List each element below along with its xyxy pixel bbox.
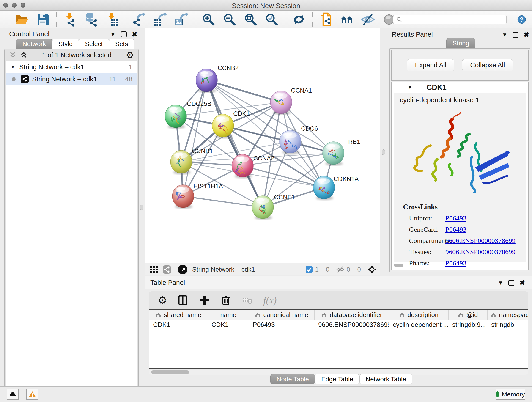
node-ccna1[interactable] (270, 91, 292, 115)
crosslink-link[interactable]: P06493 (445, 225, 467, 233)
tab-node-table[interactable]: Node Table (270, 374, 315, 384)
detach-view-icon[interactable] (178, 265, 187, 274)
zoom-fit-button[interactable] (243, 12, 258, 27)
table-cell[interactable]: CDK1 (208, 320, 249, 330)
refresh-button[interactable] (291, 12, 306, 27)
save-button[interactable] (36, 12, 51, 27)
network-options-gear-icon[interactable]: ⚙ (126, 50, 134, 60)
column-header-name[interactable]: name (208, 310, 249, 320)
selected-node-edge-count: 1 – 0 (315, 266, 329, 273)
add-column-icon[interactable] (199, 294, 210, 306)
search-input[interactable] (393, 15, 507, 24)
edge-ccnb2-hist1h1a[interactable] (183, 80, 207, 196)
results-panel-float-icon[interactable] (513, 32, 519, 38)
gene-entry-header[interactable]: ▼ CDK1 (392, 82, 528, 93)
column-header-shared-name[interactable]: shared name (149, 310, 208, 320)
help-button[interactable]: ? (516, 14, 527, 25)
table-panel-close-icon[interactable]: ✖ (519, 279, 525, 287)
crosslink-link[interactable]: P06493 (445, 259, 467, 267)
control-panel-float-icon[interactable] (121, 32, 127, 37)
function-builder-icon[interactable]: f(x) (263, 295, 277, 306)
view-grid-icon[interactable] (149, 265, 158, 274)
export-table-button[interactable] (153, 12, 168, 27)
collapse-all-networks-icon[interactable] (20, 51, 28, 59)
network-collection-row[interactable]: ▼ String Network – cdk1 1 (6, 61, 137, 73)
birdseye-toggle-icon[interactable] (367, 265, 377, 274)
column-header-description[interactable]: description (389, 310, 449, 320)
zoom-in-button[interactable] (201, 12, 216, 27)
table-cell[interactable]: stringdb (488, 320, 528, 330)
view-network-icon[interactable] (162, 265, 171, 274)
delete-table-icon[interactable] (242, 294, 253, 306)
export-image-button[interactable] (174, 12, 189, 27)
column-header-namespace[interactable]: namespace (488, 310, 528, 320)
left-splitter-handle[interactable] (140, 205, 143, 210)
import-table-button[interactable] (105, 12, 120, 27)
home-network-button[interactable] (340, 12, 354, 27)
crosslink-link[interactable]: 9606.ENSP00000378699 (445, 248, 515, 256)
control-panel-collapse-icon[interactable]: ▼ (110, 31, 116, 38)
gene-collapse-icon[interactable]: ▼ (407, 84, 412, 90)
node-hist1h1a[interactable] (172, 185, 194, 209)
table-cell[interactable]: CDK1 (149, 320, 208, 330)
hidden-eye-icon[interactable] (336, 265, 344, 274)
collapse-all-button[interactable]: Collapse All (462, 59, 513, 71)
table-cell[interactable]: cyclin-dependent ... (389, 320, 449, 330)
cloud-button[interactable] (7, 389, 19, 400)
tab-style[interactable]: Style (52, 39, 79, 49)
crosslink-link[interactable]: P06493 (445, 214, 467, 222)
zoom-selected-button[interactable] (264, 12, 279, 27)
right-splitter-handle[interactable] (382, 149, 385, 155)
expand-all-button[interactable]: Expand All (407, 59, 454, 71)
import-database-button[interactable] (84, 12, 99, 27)
node-cdc6[interactable] (279, 130, 301, 154)
memory-button[interactable]: Memory (496, 389, 525, 400)
table-hscrollbar-thumb[interactable] (151, 370, 189, 374)
show-columns-icon[interactable] (177, 294, 189, 306)
table-panel-float-icon[interactable] (508, 280, 514, 286)
hide-view-button[interactable] (361, 12, 375, 27)
node-table[interactable]: shared namenamecanonical namedatabase id… (149, 309, 528, 369)
column-header--id[interactable]: @id (449, 310, 488, 320)
node-ccne1[interactable] (252, 196, 273, 220)
selected-checkbox-icon[interactable] (305, 266, 313, 273)
share-document-button[interactable] (318, 12, 333, 27)
node-ccnb1[interactable] (171, 150, 192, 174)
control-panel-close-icon[interactable]: ✖ (132, 30, 138, 38)
results-panel-close-icon[interactable]: ✖ (524, 31, 529, 39)
tab-string[interactable]: String (446, 38, 475, 48)
import-network-button[interactable] (63, 12, 77, 27)
tab-sets[interactable]: Sets (109, 39, 134, 49)
column-header-database-identifier[interactable]: database identifier (315, 310, 389, 320)
delete-column-icon[interactable] (220, 294, 232, 306)
network-canvas[interactable]: CCNB2CCNA1CDC25BCDK1CDC6RB1CCNB1CCNA2CDK… (145, 28, 380, 263)
edge-ccnb2-ccna1[interactable] (207, 80, 281, 102)
tab-select[interactable]: Select (79, 39, 109, 49)
warning-button[interactable] (26, 389, 38, 400)
node-rb1[interactable] (323, 142, 344, 166)
table-row[interactable]: CDK1CDK1P064939606.ENSP00000378699cyclin… (149, 320, 528, 330)
edge-hist1h1a-ccne1[interactable] (183, 196, 263, 207)
results-hscrollbar[interactable] (394, 264, 403, 267)
crosslink-link[interactable]: 9606.ENSP00000378699 (445, 237, 515, 245)
column-header-canonical-name[interactable]: canonical name (249, 310, 315, 320)
node-label-ccnb2: CCNB2 (218, 65, 239, 71)
zoom-out-button[interactable] (222, 12, 237, 27)
results-panel-collapse-icon[interactable]: ▼ (502, 32, 507, 38)
collection-expand-icon[interactable]: ▼ (6, 64, 15, 70)
table-cell[interactable]: 9606.ENSP00000378699 (315, 320, 389, 330)
table-settings-gear-icon[interactable]: ⚙ (158, 294, 167, 306)
export-network-button[interactable] (132, 12, 147, 27)
open-folder-button[interactable] (15, 12, 29, 27)
tab-network[interactable]: Network (16, 39, 52, 49)
tab-edge-table[interactable]: Edge Table (315, 374, 360, 384)
node-cdc25b[interactable] (165, 105, 186, 129)
expand-all-networks-icon[interactable] (9, 51, 17, 59)
table-cell[interactable]: stringdb:9... (449, 320, 488, 330)
table-panel-collapse-icon[interactable]: ▼ (498, 280, 503, 286)
node-ccna2[interactable] (232, 154, 253, 178)
tab-network-table[interactable]: Network Table (360, 374, 412, 384)
network-row[interactable]: String Network – cdk1 11 48 (6, 73, 137, 85)
table-cell[interactable]: P06493 (249, 320, 315, 330)
node-cdkn1a[interactable] (313, 176, 335, 200)
